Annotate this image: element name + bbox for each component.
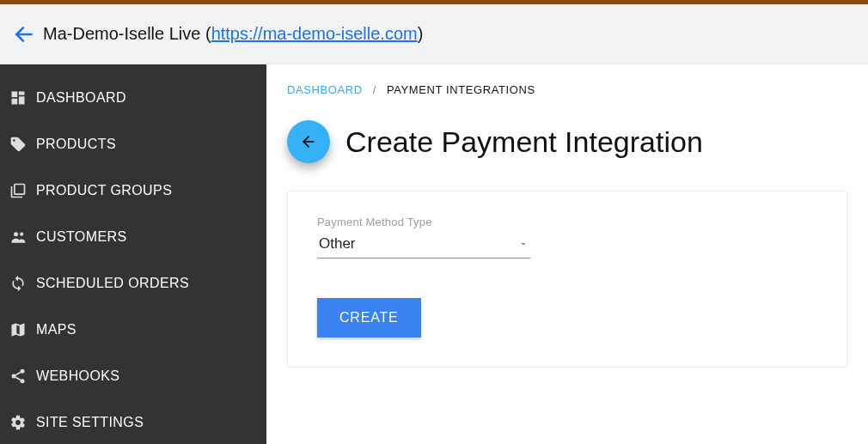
site-link[interactable]: https://ma-demo-iselle.com (211, 24, 418, 43)
svg-point-8 (12, 374, 16, 379)
open-paren: ( (205, 24, 211, 43)
main: DASHBOARD / PAYMENT INTEGRATIONS Create … (266, 64, 868, 444)
tag-icon (9, 135, 28, 154)
payment-method-type-select[interactable]: Other (317, 232, 530, 258)
sidebar-item-label: MAPS (36, 322, 76, 338)
sidebar-item-scheduled-orders[interactable]: SCHEDULED ORDERS (0, 260, 266, 307)
gear-icon (9, 413, 28, 432)
site-name: Ma-Demo-Iselle Live (43, 24, 200, 43)
sidebar-item-customers[interactable]: CUSTOMERS (0, 214, 266, 260)
dashboard-icon (9, 88, 28, 107)
arrow-back-icon (13, 23, 35, 46)
sidebar-item-maps[interactable]: MAPS (0, 307, 266, 353)
svg-point-7 (21, 369, 25, 374)
svg-rect-4 (12, 99, 18, 105)
update-icon (9, 274, 28, 293)
svg-rect-3 (19, 96, 25, 104)
chevron-down-icon (518, 239, 529, 249)
page-back-button[interactable] (287, 120, 330, 163)
svg-point-9 (21, 379, 25, 383)
sidebar-item-label: SITE SETTINGS (36, 415, 144, 430)
header: Ma-Demo-Iselle Live (https://ma-demo-ise… (0, 4, 868, 64)
header-title: Ma-Demo-Iselle Live (https://ma-demo-ise… (43, 24, 423, 44)
sidebar-item-label: SCHEDULED ORDERS (36, 276, 189, 291)
sidebar-item-product-groups[interactable]: PRODUCT GROUPS (0, 167, 266, 214)
close-paren: ) (418, 24, 424, 43)
form-card: Payment Method Type Other CREATE (287, 191, 847, 368)
page-title-row: Create Payment Integration (287, 120, 847, 163)
field-label-payment-method-type: Payment Method Type (317, 216, 817, 228)
sidebar-item-label: PRODUCTS (36, 137, 116, 152)
sidebar-item-label: CUSTOMERS (36, 229, 127, 245)
breadcrumb-link-dashboard[interactable]: DASHBOARD (287, 83, 363, 96)
create-button[interactable]: CREATE (317, 298, 421, 338)
map-icon (9, 320, 28, 339)
svg-rect-1 (12, 92, 18, 98)
sidebar-item-dashboard[interactable]: DASHBOARD (0, 75, 266, 121)
sidebar-item-site-settings[interactable]: SITE SETTINGS (0, 399, 266, 444)
page-title: Create Payment Integration (345, 125, 703, 159)
sidebar-item-products[interactable]: PRODUCTS (0, 121, 266, 167)
group-icon (9, 228, 28, 246)
sidebar: DASHBOARD PRODUCTS PRODUCT GROUPS CUSTOM… (0, 64, 266, 444)
arrow-left-icon (300, 133, 317, 150)
sidebar-item-label: DASHBOARD (36, 90, 126, 106)
sidebar-item-webhooks[interactable]: WEBHOOKS (0, 353, 266, 399)
back-button[interactable] (10, 21, 38, 48)
svg-rect-2 (19, 92, 25, 95)
library-icon (9, 181, 28, 200)
sidebar-item-label: PRODUCT GROUPS (36, 183, 172, 198)
breadcrumb-separator: / (373, 83, 376, 96)
svg-point-6 (20, 233, 23, 236)
svg-point-5 (14, 232, 18, 236)
sidebar-item-label: WEBHOOKS (36, 368, 119, 384)
share-icon (9, 367, 28, 386)
breadcrumb: DASHBOARD / PAYMENT INTEGRATIONS (287, 83, 847, 96)
breadcrumb-current: PAYMENT INTEGRATIONS (387, 83, 535, 96)
select-value: Other (319, 235, 356, 252)
